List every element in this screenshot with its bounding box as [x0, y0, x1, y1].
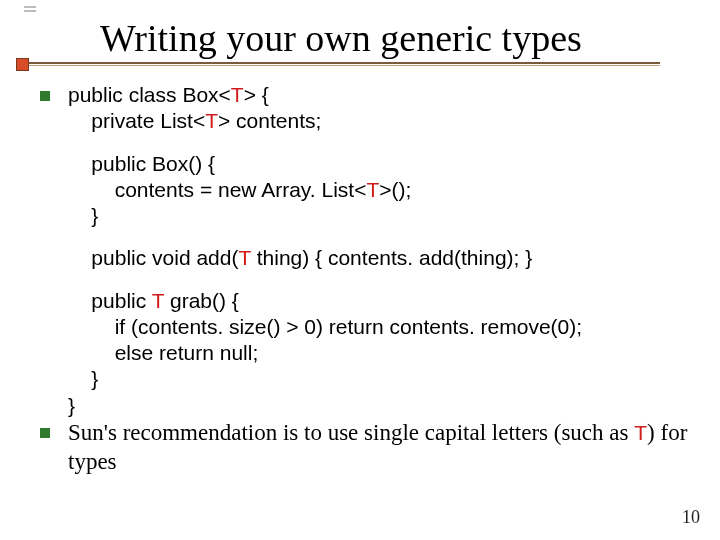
- code-text: if (contents. size() > 0) return content…: [68, 314, 690, 340]
- code-text: > contents;: [218, 109, 321, 132]
- type-param: T: [366, 178, 379, 201]
- code-block: public class Box<T> { private List<T> co…: [68, 82, 690, 135]
- slide: Writing your own generic types public cl…: [0, 0, 720, 540]
- code-text: public void add(: [68, 246, 238, 269]
- code-text: private List<: [68, 109, 205, 132]
- type-param: T: [231, 83, 244, 106]
- bullet-item-note: Sun's recommendation is to use single ca…: [40, 419, 690, 477]
- note-text: Sun's recommendation is to use single ca…: [68, 420, 634, 445]
- code-text: thing) { contents. add(thing); }: [251, 246, 532, 269]
- type-param: T: [238, 246, 250, 269]
- title-underline: [20, 62, 660, 64]
- code-text: > {: [244, 83, 269, 106]
- code-section: public T grab() { if (contents. size() >…: [40, 288, 690, 419]
- bullet-icon: [40, 428, 50, 438]
- code-section: public Box() { contents = new Array. Lis…: [40, 151, 690, 230]
- decorative-tick: [24, 10, 36, 12]
- title-accent-box: [16, 58, 29, 71]
- code-section: public void add(T thing) { contents. add…: [40, 245, 690, 271]
- code-text: }: [68, 366, 690, 392]
- code-text: contents = new Array. List<: [68, 178, 366, 201]
- code-text: public class Box<: [68, 83, 231, 106]
- type-param: T: [205, 109, 218, 132]
- code-text: }: [68, 393, 690, 419]
- code-text: public: [68, 289, 152, 312]
- bullet-item-code: public class Box<T> { private List<T> co…: [40, 82, 690, 135]
- slide-title: Writing your own generic types: [100, 16, 582, 60]
- title-underline-shadow: [20, 65, 660, 66]
- type-param: T: [634, 421, 647, 444]
- bullet-icon: [40, 91, 50, 101]
- slide-body: public class Box<T> { private List<T> co…: [40, 82, 690, 476]
- code-text: >();: [379, 178, 411, 201]
- decorative-tick: [24, 6, 36, 8]
- page-number: 10: [682, 507, 700, 528]
- code-text: }: [68, 203, 690, 229]
- type-param: T: [152, 289, 164, 312]
- code-text: grab() {: [164, 289, 239, 312]
- code-text: public Box() {: [68, 151, 690, 177]
- code-text: else return null;: [68, 340, 690, 366]
